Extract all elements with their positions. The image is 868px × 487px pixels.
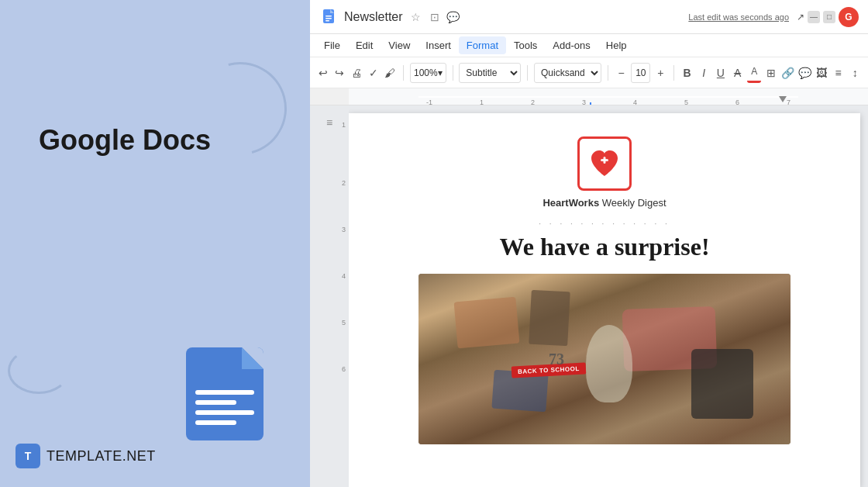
highlight-button[interactable]: ⊞	[764, 63, 778, 83]
undo-button[interactable]: ↩	[316, 63, 330, 83]
template-logo-icon: T	[16, 444, 40, 468]
svg-rect-4	[326, 20, 329, 22]
font-size-display: 10	[631, 63, 650, 83]
right-panel: Newsletter ☆ ⊡ 💬 Last edit was seconds a…	[310, 0, 868, 487]
doc-line-2	[195, 400, 236, 405]
svg-rect-2	[326, 16, 332, 17]
minimize-button[interactable]: —	[808, 11, 820, 23]
ruler-num-5: 5	[310, 319, 349, 365]
drive-icon[interactable]: ⊡	[428, 10, 442, 24]
template-logo: T TEMPLATE.NET	[16, 444, 156, 468]
menu-help[interactable]: Help	[598, 36, 635, 54]
ruler-num-1: 1	[310, 121, 349, 179]
profile-avatar[interactable]: G	[839, 7, 859, 27]
ruler: -1 1 2 3 4 5 6 7	[310, 88, 868, 105]
title-bar: Newsletter ☆ ⊡ 💬 Last edit was seconds a…	[310, 0, 868, 34]
menu-edit[interactable]: Edit	[348, 36, 381, 54]
divider-4	[608, 65, 608, 81]
title-icons: ☆ ⊡ 💬	[409, 10, 460, 24]
link-button[interactable]: 🔗	[781, 63, 795, 83]
doc-line-3	[195, 410, 254, 415]
newsletter-logo: HeartWorks Weekly Digest	[542, 136, 666, 209]
divider-5	[673, 65, 674, 81]
comment-button[interactable]: 💬	[797, 63, 811, 83]
window-controls: ↗ — □ G	[797, 7, 859, 27]
last-edit-text: Last edit was seconds ago	[688, 12, 789, 22]
strikethrough-button[interactable]: A	[731, 63, 745, 83]
ruler-num-2: 2	[310, 179, 349, 226]
dots-divider: · · · · · · · · · · · · ·	[539, 219, 670, 228]
font-increase-button[interactable]: +	[653, 63, 667, 83]
title-right: Last edit was seconds ago ↗ — □ G	[688, 7, 859, 27]
doc-title: Newsletter	[344, 10, 403, 24]
toolbar: ↩ ↪ 🖨 ✓ 🖌 100% ▾ Subtitle Normal Heading…	[310, 57, 868, 88]
brand-name: HeartWorks Weekly Digest	[542, 197, 666, 209]
star-icon[interactable]: ☆	[409, 10, 423, 24]
menu-file[interactable]: File	[316, 36, 348, 54]
menu-insert[interactable]: Insert	[418, 36, 459, 54]
app-title: Google Docs	[39, 124, 211, 157]
brand-suffix: Weekly Digest	[599, 197, 666, 209]
bottom-bar: T TEMPLATE.NET	[0, 425, 310, 487]
ruler-num-4: 4	[310, 272, 349, 319]
net-word: .NET	[122, 448, 156, 464]
zoom-arrow: ▾	[438, 67, 443, 78]
style-select[interactable]: Subtitle Normal Heading 1	[459, 63, 521, 83]
menu-bar: File Edit View Insert Format Tools Add-o…	[310, 34, 868, 57]
vertical-ruler: ≡ 1 2 3 4 5 6	[310, 105, 349, 487]
logo-t: T	[25, 450, 32, 462]
line-spacing-button[interactable]: ↕	[848, 63, 862, 83]
brand-strong: HeartWorks	[542, 197, 599, 209]
zoom-value: 100%	[414, 67, 438, 78]
trend-icon[interactable]: ↗	[797, 12, 804, 22]
ruler-num-6: 6	[310, 365, 349, 412]
maximize-button[interactable]: □	[823, 11, 835, 23]
print-button[interactable]: 🖨	[350, 63, 363, 83]
gdocs-icon	[319, 8, 338, 26]
divider-2	[453, 65, 453, 81]
image-button[interactable]: 🖼	[815, 63, 828, 83]
comments-icon[interactable]: 💬	[446, 10, 460, 24]
ruler-num-3: 3	[310, 226, 349, 272]
doc-icon-lines	[195, 390, 254, 425]
decoration-circle-bottom	[8, 347, 70, 394]
font-select[interactable]: Quicksand Arial	[534, 63, 601, 83]
svg-rect-3	[326, 18, 332, 19]
redo-button[interactable]: ↪	[333, 63, 347, 83]
svg-rect-6	[603, 157, 605, 164]
template-logo-text: TEMPLATE.NET	[46, 448, 156, 465]
newsletter-image: BACK TO SCHOOL 73	[418, 274, 790, 444]
paint-format-button[interactable]: 🖌	[384, 63, 398, 83]
page-break-icon: ≡	[326, 116, 332, 129]
content-area: ≡ 1 2 3 4 5 6 HeartWor	[310, 105, 868, 487]
text-color-button[interactable]: A	[747, 63, 761, 83]
menu-format[interactable]: Format	[459, 36, 506, 54]
spell-check-button[interactable]: ✓	[367, 63, 381, 83]
divider-1	[403, 65, 404, 81]
menu-view[interactable]: View	[381, 36, 418, 54]
doc-line-1	[195, 390, 254, 395]
heartworks-logo-box	[577, 136, 632, 191]
document-page: HeartWorks Weekly Digest · · · · · · · ·…	[349, 113, 860, 487]
underline-button[interactable]: U	[714, 63, 728, 83]
left-panel: Google Docs T TEMPLATE.NET	[0, 0, 310, 487]
menu-addons[interactable]: Add-ons	[545, 36, 598, 54]
bold-button[interactable]: B	[680, 63, 694, 83]
template-word: TEMPLATE	[46, 448, 122, 464]
divider-3	[527, 65, 528, 81]
newsletter-headline: We have a surprise!	[499, 233, 709, 261]
menu-tools[interactable]: Tools	[506, 36, 545, 54]
font-decrease-button[interactable]: −	[615, 63, 629, 83]
zoom-select[interactable]: 100% ▾	[410, 63, 446, 83]
align-button[interactable]: ≡	[832, 63, 846, 83]
italic-button[interactable]: I	[697, 63, 711, 83]
heart-icon	[588, 148, 621, 179]
